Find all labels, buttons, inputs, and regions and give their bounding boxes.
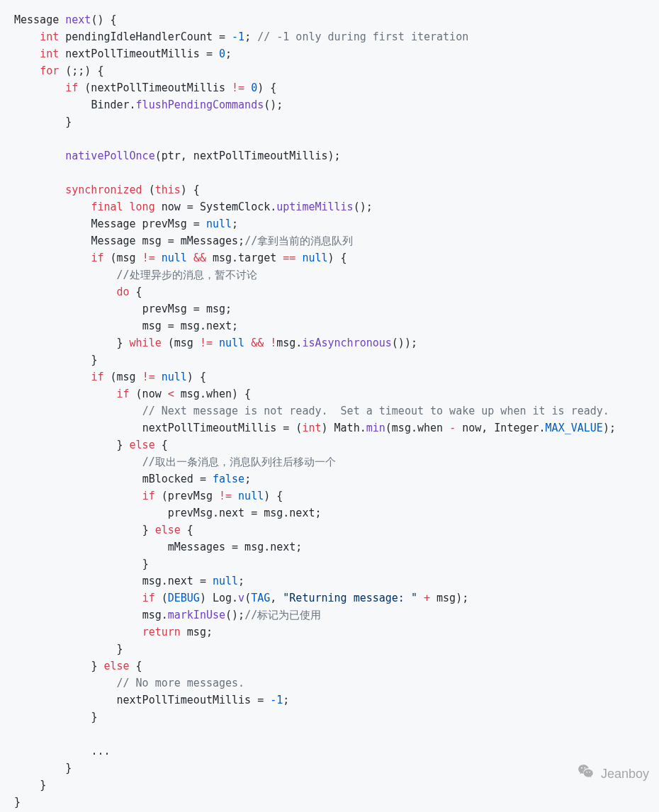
code-line: final long now = SystemClock.uptimeMilli…	[14, 201, 373, 213]
code-line: //处理异步的消息，暂不讨论	[14, 269, 257, 281]
watermark: Jeanboy	[577, 762, 649, 785]
code-line: Binder.flushPendingCommands();	[14, 98, 283, 111]
code-line: mBlocked = false;	[14, 473, 251, 485]
code-line: int nextPollTimeoutMillis = 0;	[14, 47, 232, 60]
code-line: msg.next = null;	[14, 575, 244, 587]
code-line: msg.markInUse();//标记为已使用	[14, 609, 321, 621]
code-line: if (nextPollTimeoutMillis != 0) {	[14, 81, 276, 94]
code-line: Message prevMsg = null;	[14, 218, 238, 230]
code-line: }	[14, 762, 72, 774]
code-line: //取出一条消息，消息队列往后移动一个	[14, 456, 336, 468]
code-line: prevMsg.next = msg.next;	[14, 507, 322, 519]
code-line: } else {	[14, 439, 168, 451]
code-line: }	[14, 354, 97, 366]
code-line: mMessages = msg.next;	[14, 541, 302, 553]
code-line: msg = msg.next;	[14, 320, 238, 332]
code-line: }	[14, 779, 46, 791]
code-line: synchronized (this) {	[14, 184, 200, 196]
code-content: Message next() { int pendingIdleHandlerC…	[14, 13, 616, 808]
code-line: return msg;	[14, 626, 213, 638]
code-line: // Next message is not ready. Set a time…	[14, 405, 609, 417]
code-line: prevMsg = msg;	[14, 303, 232, 315]
code-line: if (msg != null && msg.target == null) {	[14, 252, 347, 264]
code-line: for (;;) {	[14, 64, 103, 77]
code-line: do {	[14, 286, 142, 298]
code-line: ...	[14, 745, 110, 757]
watermark-text: Jeanboy	[601, 765, 649, 782]
code-line: }	[14, 643, 123, 655]
code-line: }	[14, 115, 72, 128]
code-line: // No more messages.	[14, 677, 244, 689]
code-block: Message next() { int pendingIdleHandlerC…	[0, 0, 659, 812]
code-line: if (prevMsg != null) {	[14, 490, 283, 502]
code-line: int pendingIdleHandlerCount = -1; // -1 …	[14, 30, 468, 43]
code-line: Message msg = mMessages;//拿到当前的消息队列	[14, 235, 353, 247]
code-line: } else {	[14, 660, 142, 672]
code-line: }	[14, 711, 97, 723]
code-line: Message next() {	[14, 13, 117, 26]
code-line: } while (msg != null && !msg.isAsynchron…	[14, 337, 417, 349]
code-line: if (now < msg.when) {	[14, 388, 251, 400]
code-line: nextPollTimeoutMillis = -1;	[14, 694, 289, 706]
code-line: }	[14, 796, 21, 808]
code-line: if (msg != null) {	[14, 371, 206, 383]
code-line: }	[14, 558, 149, 570]
code-line: nextPollTimeoutMillis = (int) Math.min(m…	[14, 422, 616, 434]
code-line: if (DEBUG) Log.v(TAG, "Returning message…	[14, 592, 468, 604]
code-line: nativePollOnce(ptr, nextPollTimeoutMilli…	[14, 150, 341, 162]
wechat-icon	[577, 762, 595, 785]
code-line: } else {	[14, 524, 193, 536]
